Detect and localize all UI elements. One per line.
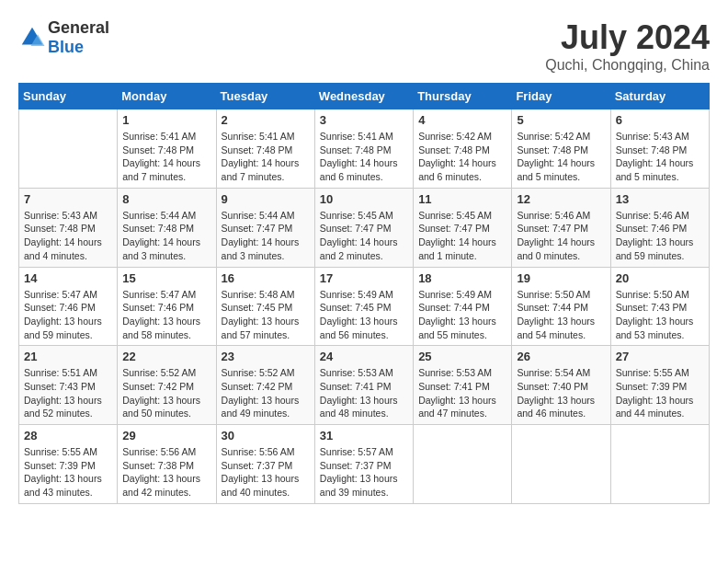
cell-info: Sunrise: 5:46 AMSunset: 7:46 PMDaylight:… — [616, 209, 704, 263]
day-number: 1 — [122, 113, 210, 127]
day-number: 29 — [122, 429, 210, 442]
cell-info: Sunrise: 5:50 AMSunset: 7:43 PMDaylight:… — [616, 288, 704, 342]
title-block: July 2024 Quchi, Chongqing, China — [545, 18, 710, 74]
cell-info: Sunrise: 5:56 AMSunset: 7:37 PMDaylight:… — [222, 445, 310, 500]
header-day-sunday: Sunday — [19, 84, 118, 109]
logo-general: General — [48, 18, 109, 37]
header-day-wednesday: Wednesday — [314, 84, 413, 109]
calendar-cell: 11Sunrise: 5:45 AMSunset: 7:47 PMDayligh… — [414, 188, 512, 267]
header-row: SundayMondayTuesdayWednesdayThursdayFrid… — [19, 84, 710, 109]
day-number: 17 — [320, 271, 408, 285]
calendar-cell: 1Sunrise: 5:41 AMSunset: 7:48 PMDaylight… — [118, 109, 216, 189]
calendar-table: SundayMondayTuesdayWednesdayThursdayFrid… — [18, 83, 710, 504]
location-subtitle: Quchi, Chongqing, China — [545, 57, 710, 74]
day-number: 6 — [616, 113, 704, 127]
day-number: 21 — [24, 350, 112, 363]
cell-info: Sunrise: 5:47 AMSunset: 7:46 PMDaylight:… — [24, 288, 112, 342]
day-number: 24 — [320, 350, 408, 363]
calendar-cell: 2Sunrise: 5:41 AMSunset: 7:48 PMDaylight… — [216, 109, 314, 189]
calendar-cell: 26Sunrise: 5:54 AMSunset: 7:40 PMDayligh… — [512, 346, 610, 425]
calendar-cell: 22Sunrise: 5:52 AMSunset: 7:42 PMDayligh… — [118, 346, 216, 425]
day-number: 5 — [517, 113, 605, 127]
calendar-cell: 10Sunrise: 5:45 AMSunset: 7:47 PMDayligh… — [314, 188, 413, 267]
calendar-header: SundayMondayTuesdayWednesdayThursdayFrid… — [19, 84, 710, 109]
week-row-2: 14Sunrise: 5:47 AMSunset: 7:46 PMDayligh… — [19, 267, 710, 346]
day-number: 25 — [418, 350, 506, 363]
day-number: 23 — [222, 350, 310, 363]
week-row-3: 21Sunrise: 5:51 AMSunset: 7:43 PMDayligh… — [19, 346, 710, 425]
cell-info: Sunrise: 5:54 AMSunset: 7:40 PMDaylight:… — [517, 366, 605, 420]
cell-info: Sunrise: 5:56 AMSunset: 7:38 PMDaylight:… — [122, 445, 210, 500]
calendar-cell: 3Sunrise: 5:41 AMSunset: 7:48 PMDaylight… — [314, 109, 413, 189]
cell-info: Sunrise: 5:41 AMSunset: 7:48 PMDaylight:… — [222, 130, 310, 184]
header-day-saturday: Saturday — [610, 84, 709, 109]
calendar-cell: 17Sunrise: 5:49 AMSunset: 7:45 PMDayligh… — [314, 267, 413, 346]
day-number: 2 — [222, 113, 310, 127]
cell-info: Sunrise: 5:49 AMSunset: 7:44 PMDaylight:… — [418, 288, 506, 342]
cell-info: Sunrise: 5:44 AMSunset: 7:48 PMDaylight:… — [122, 209, 210, 263]
day-number: 10 — [320, 192, 408, 206]
calendar-cell: 15Sunrise: 5:47 AMSunset: 7:46 PMDayligh… — [118, 267, 216, 346]
day-number: 16 — [222, 271, 310, 285]
calendar-cell: 28Sunrise: 5:55 AMSunset: 7:39 PMDayligh… — [19, 425, 118, 504]
header-day-tuesday: Tuesday — [216, 84, 314, 109]
calendar-cell: 9Sunrise: 5:44 AMSunset: 7:47 PMDaylight… — [216, 188, 314, 267]
day-number: 13 — [616, 192, 704, 206]
day-number: 7 — [24, 192, 112, 206]
calendar-cell: 27Sunrise: 5:55 AMSunset: 7:39 PMDayligh… — [610, 346, 709, 425]
day-number: 18 — [418, 271, 506, 285]
calendar-cell: 12Sunrise: 5:46 AMSunset: 7:47 PMDayligh… — [512, 188, 610, 267]
day-number: 8 — [122, 192, 210, 206]
calendar-cell: 24Sunrise: 5:53 AMSunset: 7:41 PMDayligh… — [314, 346, 413, 425]
cell-info: Sunrise: 5:42 AMSunset: 7:48 PMDaylight:… — [418, 130, 506, 184]
calendar-body: 1Sunrise: 5:41 AMSunset: 7:48 PMDaylight… — [19, 109, 710, 504]
day-number: 22 — [122, 350, 210, 363]
day-number: 26 — [517, 350, 605, 363]
cell-info: Sunrise: 5:55 AMSunset: 7:39 PMDaylight:… — [24, 445, 112, 500]
calendar-cell: 30Sunrise: 5:56 AMSunset: 7:37 PMDayligh… — [216, 425, 314, 504]
day-number: 14 — [24, 271, 112, 285]
calendar-cell: 6Sunrise: 5:43 AMSunset: 7:48 PMDaylight… — [610, 109, 709, 189]
header-day-monday: Monday — [118, 84, 216, 109]
week-row-1: 7Sunrise: 5:43 AMSunset: 7:48 PMDaylight… — [19, 188, 710, 267]
day-number: 30 — [222, 429, 310, 442]
logo-blue: Blue — [48, 38, 84, 56]
cell-info: Sunrise: 5:43 AMSunset: 7:48 PMDaylight:… — [616, 130, 704, 184]
day-number: 19 — [517, 271, 605, 285]
cell-info: Sunrise: 5:44 AMSunset: 7:47 PMDaylight:… — [222, 209, 310, 263]
calendar-cell: 29Sunrise: 5:56 AMSunset: 7:38 PMDayligh… — [118, 425, 216, 504]
calendar-cell: 21Sunrise: 5:51 AMSunset: 7:43 PMDayligh… — [19, 346, 118, 425]
day-number: 15 — [122, 271, 210, 285]
cell-info: Sunrise: 5:43 AMSunset: 7:48 PMDaylight:… — [24, 209, 112, 263]
calendar-cell — [512, 425, 610, 504]
calendar-cell: 8Sunrise: 5:44 AMSunset: 7:48 PMDaylight… — [118, 188, 216, 267]
logo-text: General Blue — [48, 18, 109, 57]
calendar-cell: 16Sunrise: 5:48 AMSunset: 7:45 PMDayligh… — [216, 267, 314, 346]
day-number: 9 — [222, 192, 310, 206]
cell-info: Sunrise: 5:45 AMSunset: 7:47 PMDaylight:… — [320, 209, 408, 263]
day-number: 28 — [24, 429, 112, 442]
cell-info: Sunrise: 5:41 AMSunset: 7:48 PMDaylight:… — [122, 130, 210, 184]
cell-info: Sunrise: 5:42 AMSunset: 7:48 PMDaylight:… — [517, 130, 605, 184]
day-number: 12 — [517, 192, 605, 206]
calendar-cell — [19, 109, 118, 189]
cell-info: Sunrise: 5:57 AMSunset: 7:37 PMDaylight:… — [320, 445, 408, 500]
cell-info: Sunrise: 5:45 AMSunset: 7:47 PMDaylight:… — [418, 209, 506, 263]
cell-info: Sunrise: 5:46 AMSunset: 7:47 PMDaylight:… — [517, 209, 605, 263]
day-number: 11 — [418, 192, 506, 206]
header-day-thursday: Thursday — [414, 84, 512, 109]
calendar-cell: 19Sunrise: 5:50 AMSunset: 7:44 PMDayligh… — [512, 267, 610, 346]
cell-info: Sunrise: 5:53 AMSunset: 7:41 PMDaylight:… — [418, 366, 506, 420]
cell-info: Sunrise: 5:48 AMSunset: 7:45 PMDaylight:… — [222, 288, 310, 342]
week-row-0: 1Sunrise: 5:41 AMSunset: 7:48 PMDaylight… — [19, 109, 710, 189]
cell-info: Sunrise: 5:55 AMSunset: 7:39 PMDaylight:… — [616, 366, 704, 420]
calendar-cell — [414, 425, 512, 504]
day-number: 20 — [616, 271, 704, 285]
calendar-cell: 13Sunrise: 5:46 AMSunset: 7:46 PMDayligh… — [610, 188, 709, 267]
day-number: 27 — [616, 350, 704, 363]
calendar-cell: 20Sunrise: 5:50 AMSunset: 7:43 PMDayligh… — [610, 267, 709, 346]
calendar-cell: 18Sunrise: 5:49 AMSunset: 7:44 PMDayligh… — [414, 267, 512, 346]
day-number: 31 — [320, 429, 408, 442]
calendar-cell: 14Sunrise: 5:47 AMSunset: 7:46 PMDayligh… — [19, 267, 118, 346]
calendar-cell: 25Sunrise: 5:53 AMSunset: 7:41 PMDayligh… — [414, 346, 512, 425]
